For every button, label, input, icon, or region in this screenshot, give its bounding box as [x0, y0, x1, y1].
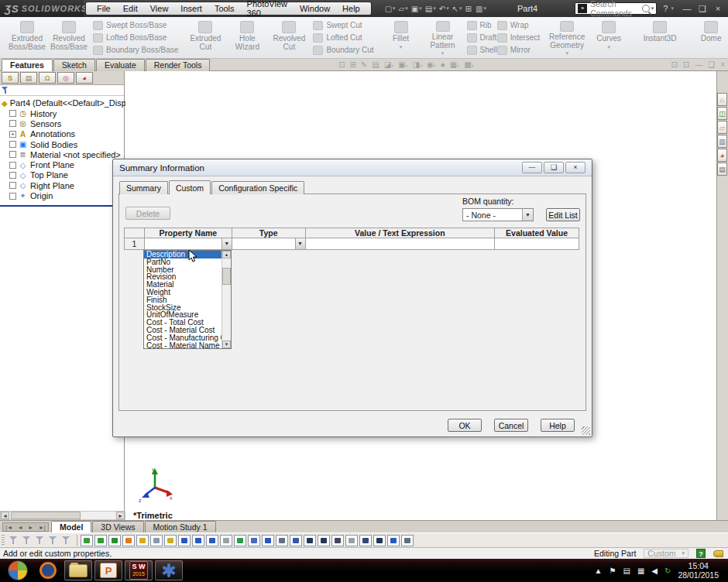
edit-list-button[interactable]: Edit List [546, 208, 580, 221]
ribbon-button[interactable]: Linear Pattern▾ [422, 19, 464, 56]
toolbar-icon[interactable] [359, 535, 372, 546]
menu-item[interactable]: PhotoView 360 [241, 0, 294, 19]
value-expression-cell[interactable] [305, 238, 495, 250]
heads-up-icon[interactable]: ⊞ [349, 60, 355, 69]
ribbon-button[interactable]: Hole Wizard [226, 19, 268, 56]
scroll-last-icon[interactable]: ►| [39, 525, 46, 530]
ribbon-button[interactable]: Revolved Boss/Base [48, 19, 90, 56]
cancel-button[interactable]: Cancel [494, 419, 528, 432]
tree-expander[interactable]: + [9, 131, 16, 138]
toolbar-icon[interactable] [290, 535, 302, 546]
feature-tree-item[interactable]: Top Plane [2, 170, 124, 180]
toolbar-icon[interactable] [122, 535, 135, 546]
scroll-up-icon[interactable]: ▲ [222, 251, 231, 258]
heads-up-icon[interactable]: ▣▾ [398, 60, 407, 69]
toolbar-icon[interactable] [234, 535, 246, 546]
feature-tree-item[interactable]: Material <not specified> [2, 149, 124, 159]
featuremanager-tab-icon[interactable]: ◕ [76, 72, 93, 84]
scroll-thumb[interactable] [11, 512, 81, 519]
unit-system-combo[interactable]: Custom ▾ [644, 549, 689, 558]
taskbar-explorer-button[interactable] [64, 560, 92, 580]
ribbon-button[interactable]: Lofted Cut [313, 32, 373, 43]
toolbar-icon[interactable] [318, 535, 330, 546]
feature-tree-item[interactable]: Solid Bodies [2, 139, 124, 149]
ribbon-button[interactable]: Fillet▾ [380, 19, 422, 56]
ribbon-button[interactable]: Mirror [497, 44, 540, 56]
feature-tree-item[interactable]: Sensors [2, 118, 124, 128]
commandmanager-tab[interactable]: Sketch [53, 59, 95, 71]
ribbon-button[interactable]: Lofted Boss/Base [93, 32, 178, 43]
window-control-button[interactable]: ❑ [697, 4, 708, 14]
filter-tool-icon[interactable] [60, 536, 71, 546]
commandmanager-tab[interactable]: Features [2, 59, 53, 71]
taskbar-clock[interactable]: 15:0428/01/2015 [678, 561, 722, 580]
menu-item[interactable]: Edit [117, 3, 144, 14]
combo-dropdown-icon[interactable]: ▼ [295, 238, 305, 249]
help-caret-icon[interactable]: ▾ [671, 5, 674, 12]
document-tab[interactable]: Motion Study 1 [145, 521, 216, 532]
task-pane-tab-icon[interactable]: ◫ [717, 107, 727, 120]
taskbar-powerpoint-button[interactable]: P [94, 560, 122, 580]
heads-up-icon[interactable]: ◨▾ [413, 60, 422, 69]
delete-button[interactable]: Delete [125, 207, 170, 220]
tree-expander[interactable] [9, 110, 16, 117]
filter-tool-icon[interactable] [34, 536, 45, 546]
featuremanager-tab-icon[interactable]: S [2, 72, 19, 84]
filter-tool-icon[interactable] [21, 536, 32, 546]
rollback-bar[interactable] [0, 205, 124, 207]
tray-icon[interactable]: ▤ [623, 567, 630, 575]
ok-button[interactable]: OK [448, 419, 482, 432]
featuremanager-tab-icon[interactable]: ◎ [57, 72, 74, 84]
filter-tool-icon[interactable] [8, 536, 19, 546]
toolbar-icon[interactable] [94, 535, 107, 546]
quick-access-button[interactable]: ▥▾ [474, 5, 488, 13]
scroll-down-icon[interactable]: ▼ [222, 341, 231, 348]
dropdown-scrollbar[interactable]: ▲ ▼ [221, 251, 231, 348]
task-pane-tab-icon[interactable]: ▤ [717, 163, 727, 176]
document-window-button[interactable]: × [720, 60, 725, 69]
task-pane-tab-icon[interactable]: ◕ [717, 149, 727, 162]
help-button[interactable]: Help [541, 419, 575, 432]
quick-tips-icon[interactable]: ? [696, 549, 706, 558]
document-window-button[interactable]: ❑ [708, 60, 715, 69]
toolbar-icon[interactable] [192, 535, 204, 546]
heads-up-icon[interactable]: ◪▾ [384, 60, 393, 69]
toolbar-icon[interactable] [108, 535, 121, 546]
combo-dropdown-icon[interactable]: ▼ [221, 238, 232, 249]
scroll-left-icon[interactable]: ◄ [1, 512, 9, 519]
tree-expander[interactable] [9, 182, 16, 189]
heads-up-icon[interactable]: ▤ [372, 60, 379, 69]
document-window-button[interactable]: ⊡ [671, 60, 677, 69]
quick-access-button[interactable]: ↶▾ [438, 5, 451, 13]
tray-icon[interactable]: ↻ [664, 567, 671, 575]
document-tab[interactable]: 3D Views [92, 521, 143, 532]
document-window-button[interactable]: — [695, 60, 702, 69]
toolbar-icon[interactable] [401, 535, 414, 546]
toolbar-icon[interactable] [373, 535, 386, 546]
document-window-button[interactable]: ⊡ [683, 60, 689, 69]
window-control-button[interactable]: × [713, 4, 723, 13]
quick-access-button[interactable]: ▣▾ [410, 5, 424, 13]
dialog-window-button[interactable]: × [565, 162, 585, 173]
bom-quantity-combo[interactable]: - None - ▼ [462, 208, 534, 221]
toolbar-icon[interactable] [81, 535, 93, 546]
feature-tree-root[interactable]: Part4 (Default<<Default>_Display S [2, 98, 124, 108]
commandmanager-tab[interactable]: Evaluate [96, 59, 145, 71]
tree-expander[interactable] [9, 151, 16, 158]
type-cell[interactable]: ▼ [232, 238, 305, 250]
featuremanager-tab-icon[interactable]: Ω [39, 72, 56, 84]
scroll-right-icon[interactable]: ► [116, 512, 125, 519]
ribbon-button[interactable]: Swept Boss/Base [93, 19, 178, 31]
ribbon-button[interactable]: Draft [467, 32, 497, 43]
dialog-tab[interactable]: Summary [119, 181, 168, 194]
start-button[interactable] [8, 560, 28, 580]
toolbar-icon[interactable] [220, 535, 232, 546]
toolbar-icon[interactable] [136, 535, 149, 546]
property-name-cell[interactable]: ▼ [144, 238, 232, 250]
ribbon-button[interactable]: Intersect [497, 32, 540, 43]
tree-expander[interactable] [9, 141, 16, 148]
feature-tree-item[interactable]: Origin [2, 190, 124, 200]
panel-horizontal-scrollbar[interactable]: ◄ ► [0, 511, 125, 520]
dropdown-list-item[interactable]: Cost - Material Name [144, 342, 221, 348]
feature-tree-item[interactable]: + Annotations [2, 129, 124, 139]
